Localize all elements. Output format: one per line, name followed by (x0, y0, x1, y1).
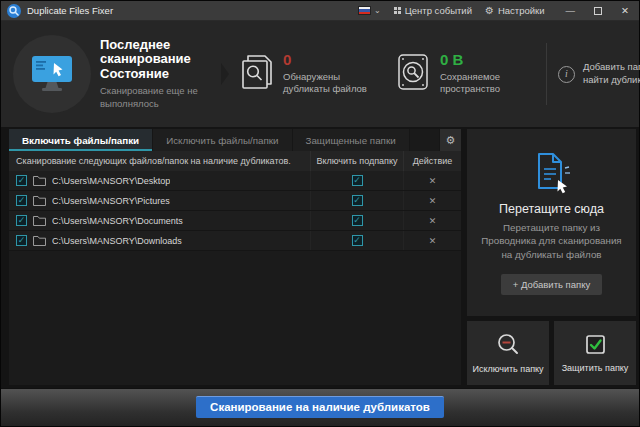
remove-row-button[interactable]: ✕ (429, 216, 437, 226)
window-controls: — ✕ (566, 6, 629, 16)
exclude-magnifier-icon (496, 332, 521, 357)
right-panel: Перетащите сюда Перетащите папку из Пров… (467, 129, 636, 385)
remove-row-button[interactable]: ✕ (429, 196, 437, 206)
space-saved-stat: 0 B Сохраняемое пространство (395, 52, 541, 95)
table-empty-space (9, 251, 461, 385)
row-checkbox[interactable]: ✓ (16, 235, 27, 246)
last-scan-subtitle: Сканирование еще не выполнялось (100, 85, 216, 110)
table-header-subfolder: Включить подпапку (310, 151, 403, 171)
table-header-action: Действие (403, 151, 461, 171)
folder-icon (33, 175, 46, 186)
last-scan-title: Последнее сканирование Состояние (100, 38, 216, 82)
table-header: Сканирование следующих файлов/папок на н… (9, 151, 461, 171)
dropzone[interactable]: Перетащите сюда Перетащите папку из Пров… (467, 129, 636, 316)
row-checkbox[interactable]: ✓ (16, 215, 27, 226)
app-title: Duplicate Files Fixer (27, 5, 113, 16)
tab-protected-folders[interactable]: Защищенные папки (293, 129, 409, 151)
language-selector[interactable]: ⌄ (358, 6, 381, 15)
folder-path: C:\Users\MANSORY\Downloads (52, 236, 182, 246)
exclude-folder-button[interactable]: Исключить папку (467, 321, 549, 385)
dropzone-title: Перетащите сюда (499, 202, 604, 216)
computer-icon (13, 35, 91, 113)
gear-icon: ⚙ (485, 6, 494, 16)
disk-space-icon (395, 53, 431, 91)
last-scan-status: Последнее сканирование Состояние Сканиро… (9, 35, 216, 113)
remove-row-button[interactable]: ✕ (429, 176, 437, 186)
duplicates-found-stat: 0 Обнаружены дубликаты файлов (240, 52, 384, 95)
folder-path: C:\Users\MANSORY\Pictures (52, 196, 170, 206)
duplicates-count: 0 (283, 52, 373, 69)
app-window: Duplicate Files Fixer ⌄ Центр событий ⚙ … (0, 0, 640, 427)
table-row[interactable]: ✓ C:\Users\MANSORY\Downloads ✓ ✕ (9, 231, 461, 251)
add-folder-hint[interactable]: i Добавить папку в найти дубликаты (546, 43, 640, 105)
app-logo-icon (7, 4, 21, 18)
table-row[interactable]: ✓ C:\Users\MANSORY\Documents ✓ ✕ (9, 211, 461, 231)
subfolder-checkbox[interactable]: ✓ (352, 215, 363, 226)
titlebar-left: Duplicate Files Fixer (7, 4, 113, 18)
titlebar: Duplicate Files Fixer ⌄ Центр событий ⚙ … (1, 1, 639, 21)
tabbar: Включить файлы/папки Исключить файлы/пап… (9, 129, 461, 151)
footer-bar: Сканирование на наличие дубликатов (1, 388, 639, 426)
subfolder-checkbox[interactable]: ✓ (352, 195, 363, 206)
folder-icon (33, 215, 46, 226)
chevron-down-icon: ⌄ (374, 8, 381, 14)
bottom-actions: Исключить папку Защитить папку (467, 321, 636, 385)
space-saved-label: Сохраняемое пространство (440, 71, 530, 96)
event-center-button[interactable]: Центр событий (394, 5, 472, 16)
protect-check-icon (584, 333, 607, 356)
main-area: Включить файлы/папки Исключить файлы/пап… (1, 127, 639, 388)
table-row[interactable]: ✓ C:\Users\MANSORY\Pictures ✓ ✕ (9, 191, 461, 211)
drag-document-icon (531, 150, 573, 194)
duplicates-found-texts: 0 Обнаружены дубликаты файлов (283, 52, 373, 95)
status-header: Последнее сканирование Состояние Сканиро… (1, 21, 639, 127)
duplicates-label: Обнаружены дубликаты файлов (283, 71, 373, 96)
grid-icon (394, 7, 401, 14)
add-folder-hint-text: Добавить папку в найти дубликаты (583, 61, 640, 87)
add-folder-button[interactable]: + Добавить папку (501, 274, 602, 295)
maximize-button[interactable] (594, 7, 602, 15)
remove-row-button[interactable]: ✕ (429, 236, 437, 246)
settings-label: Настройки (498, 5, 545, 16)
section-chevron-divider (221, 63, 229, 85)
russian-flag-icon (358, 6, 371, 15)
subfolder-checkbox[interactable]: ✓ (352, 175, 363, 186)
tabbar-spacer (410, 129, 439, 151)
tab-exclude-files[interactable]: Исключить файлы/папки (153, 129, 291, 151)
table-header-main: Сканирование следующих файлов/папок на н… (9, 151, 310, 171)
duplicate-files-icon (240, 53, 274, 91)
tab-include-files[interactable]: Включить файлы/папки (9, 129, 152, 151)
folder-icon (33, 195, 46, 206)
protect-folder-button[interactable]: Защитить папку (554, 321, 636, 385)
table-row[interactable]: ✓ C:\Users\MANSORY\Desktop ✓ ✕ (9, 171, 461, 191)
folders-panel: Включить файлы/папки Исключить файлы/пап… (9, 129, 461, 385)
row-checkbox[interactable]: ✓ (16, 175, 27, 186)
event-center-label: Центр событий (405, 5, 472, 16)
close-button[interactable]: ✕ (621, 6, 629, 16)
subfolder-checkbox[interactable]: ✓ (352, 235, 363, 246)
exclude-folder-label: Исключить папку (472, 364, 543, 374)
titlebar-right: ⌄ Центр событий ⚙ Настройки — ✕ (358, 5, 629, 16)
protect-folder-label: Защитить папку (562, 363, 629, 373)
row-checkbox[interactable]: ✓ (16, 195, 27, 206)
last-scan-texts: Последнее сканирование Состояние Сканиро… (100, 38, 216, 110)
folder-icon (33, 235, 46, 246)
folder-path: C:\Users\MANSORY\Desktop (52, 176, 170, 186)
folder-path: C:\Users\MANSORY\Documents (52, 216, 183, 226)
scan-button[interactable]: Сканирование на наличие дубликатов (196, 396, 444, 418)
info-icon: i (558, 66, 575, 83)
settings-button[interactable]: ⚙ Настройки (485, 5, 545, 16)
dropzone-description: Перетащите папку из Проводника для скани… (476, 221, 627, 261)
minimize-button[interactable]: — (566, 6, 576, 16)
scan-settings-gear-button[interactable]: ⚙ (440, 129, 461, 151)
space-saved-value: 0 B (440, 52, 530, 69)
space-saved-texts: 0 B Сохраняемое пространство (440, 52, 530, 95)
